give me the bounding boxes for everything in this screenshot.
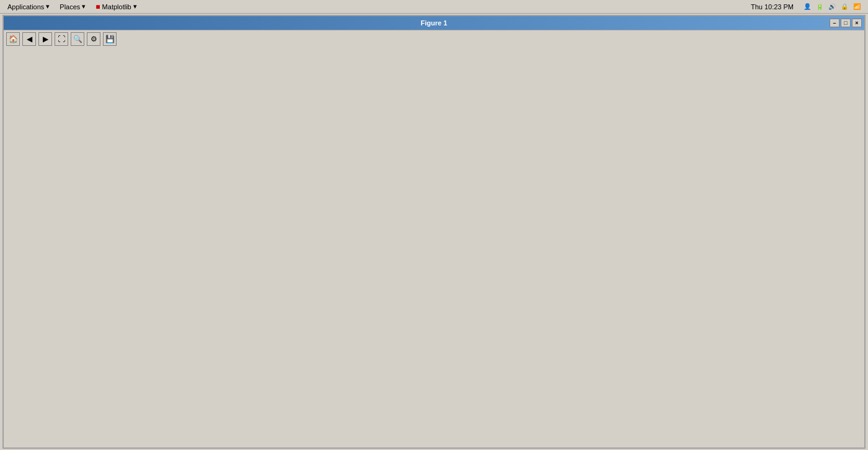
save-button[interactable]: 💾 [103,32,117,46]
settings-button[interactable]: ⚙ [87,32,100,46]
window-title: Figure 1 [421,19,448,27]
system-tray: 👤 🔋 🔊 🔒 📶 [799,2,866,12]
close-button[interactable]: × [852,19,862,27]
zoom-fit-button[interactable]: ⛶ [55,32,68,46]
menubar: Applications ▾ Places ▾ ■ Matplotlib ▾ T… [0,0,868,14]
title-bar: Figure 1 – □ × [4,16,864,30]
places-arrow: ▾ [82,2,86,11]
minimize-button[interactable]: – [830,19,839,27]
network-tray-icon: 📶 [852,2,862,12]
zoom-button[interactable]: 🔍 [71,32,84,46]
users-tray-icon: 👤 [802,2,812,12]
home-button[interactable]: 🏠 [6,32,20,46]
applications-label: Applications [7,3,44,11]
forward-button[interactable]: ▶ [38,32,52,46]
main-window: Figure 1 – □ × 🏠 ◀ ▶ ⛶ 🔍 ⚙ 💾 [2,15,866,449]
battery-tray-icon: 🔋 [815,2,825,12]
matplotlib-label: Matplotlib [102,3,131,11]
toolbar: 🏠 ◀ ▶ ⛶ 🔍 ⚙ 💾 [4,30,864,47]
matplotlib-arrow: ▾ [133,2,137,11]
places-label: Places [60,3,80,11]
clock-display: Thu 10:23 PM [751,3,799,11]
lock-tray-icon: 🔒 [839,2,849,12]
applications-menu[interactable]: Applications ▾ [2,1,55,12]
matplotlib-menu[interactable]: ■ Matplotlib ▾ [91,1,141,12]
volume-tray-icon: 🔊 [827,2,837,12]
maximize-button[interactable]: □ [841,19,851,27]
title-bar-buttons: – □ × [830,19,862,27]
matplotlib-icon: ■ [95,2,100,11]
apps-arrow: ▾ [46,2,50,11]
back-button[interactable]: ◀ [22,32,36,46]
places-menu[interactable]: Places ▾ [55,1,91,12]
